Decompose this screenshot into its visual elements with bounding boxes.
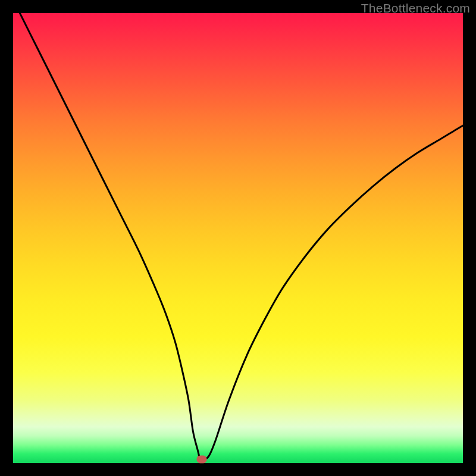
chart-frame: TheBottleneck.com (0, 0, 476, 476)
optimum-marker (196, 455, 206, 463)
plot-area (13, 13, 463, 463)
bottleneck-curve (13, 13, 463, 463)
